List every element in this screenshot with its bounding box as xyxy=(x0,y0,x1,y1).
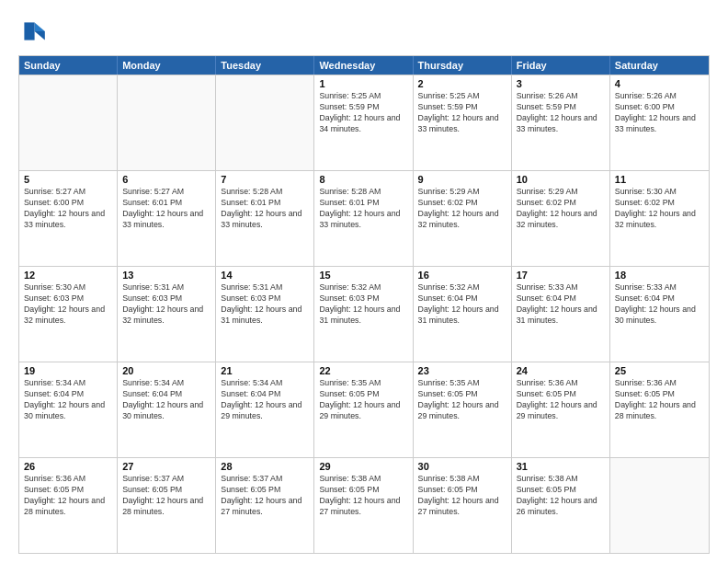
day-cell-12: 12Sunrise: 5:30 AM Sunset: 6:03 PM Dayli… xyxy=(19,267,118,362)
day-cell-1: 1Sunrise: 5:25 AM Sunset: 5:59 PM Daylig… xyxy=(314,75,413,170)
day-number: 30 xyxy=(418,461,506,472)
day-number: 17 xyxy=(517,270,605,281)
day-number: 16 xyxy=(418,270,506,281)
day-number: 28 xyxy=(221,461,309,472)
empty-cell xyxy=(216,75,314,170)
day-number: 31 xyxy=(517,461,605,472)
day-number: 14 xyxy=(221,270,309,281)
day-cell-9: 9Sunrise: 5:29 AM Sunset: 6:02 PM Daylig… xyxy=(414,171,512,266)
day-info: Sunrise: 5:36 AM Sunset: 6:05 PM Dayligh… xyxy=(615,378,704,422)
day-number: 2 xyxy=(418,78,506,89)
day-number: 15 xyxy=(319,270,407,281)
day-info: Sunrise: 5:35 AM Sunset: 6:05 PM Dayligh… xyxy=(319,378,407,422)
day-info: Sunrise: 5:33 AM Sunset: 6:04 PM Dayligh… xyxy=(615,282,704,327)
logo-icon xyxy=(18,17,48,46)
day-cell-4: 4Sunrise: 5:26 AM Sunset: 6:00 PM Daylig… xyxy=(610,75,709,170)
day-cell-24: 24Sunrise: 5:36 AM Sunset: 6:05 PM Dayli… xyxy=(512,362,610,457)
header-day-tuesday: Tuesday xyxy=(216,56,314,75)
day-info: Sunrise: 5:25 AM Sunset: 5:59 PM Dayligh… xyxy=(319,91,407,135)
day-cell-30: 30Sunrise: 5:38 AM Sunset: 6:05 PM Dayli… xyxy=(414,458,512,553)
week-row-4: 19Sunrise: 5:34 AM Sunset: 6:04 PM Dayli… xyxy=(19,362,709,457)
day-cell-7: 7Sunrise: 5:28 AM Sunset: 6:01 PM Daylig… xyxy=(216,171,314,266)
day-number: 10 xyxy=(517,174,605,185)
svg-marker-1 xyxy=(35,31,45,40)
day-info: Sunrise: 5:36 AM Sunset: 6:05 PM Dayligh… xyxy=(24,474,112,518)
day-number: 22 xyxy=(319,365,407,376)
day-info: Sunrise: 5:29 AM Sunset: 6:02 PM Dayligh… xyxy=(517,187,605,231)
day-info: Sunrise: 5:33 AM Sunset: 6:04 PM Dayligh… xyxy=(517,282,605,327)
day-info: Sunrise: 5:31 AM Sunset: 6:03 PM Dayligh… xyxy=(122,282,210,327)
day-cell-31: 31Sunrise: 5:38 AM Sunset: 6:05 PM Dayli… xyxy=(512,458,610,553)
logo xyxy=(18,17,51,46)
week-row-5: 26Sunrise: 5:36 AM Sunset: 6:05 PM Dayli… xyxy=(19,457,709,553)
day-number: 9 xyxy=(418,174,506,185)
day-cell-15: 15Sunrise: 5:32 AM Sunset: 6:03 PM Dayli… xyxy=(314,267,413,362)
empty-cell xyxy=(19,75,118,170)
header-day-thursday: Thursday xyxy=(414,56,512,75)
day-cell-28: 28Sunrise: 5:37 AM Sunset: 6:05 PM Dayli… xyxy=(216,458,314,553)
day-cell-17: 17Sunrise: 5:33 AM Sunset: 6:04 PM Dayli… xyxy=(512,267,610,362)
page: SundayMondayTuesdayWednesdayThursdayFrid… xyxy=(0,0,728,563)
day-number: 3 xyxy=(517,78,605,89)
day-info: Sunrise: 5:32 AM Sunset: 6:04 PM Dayligh… xyxy=(418,282,506,327)
day-number: 7 xyxy=(221,174,309,185)
day-number: 19 xyxy=(24,365,112,376)
day-info: Sunrise: 5:34 AM Sunset: 6:04 PM Dayligh… xyxy=(221,378,309,422)
day-cell-25: 25Sunrise: 5:36 AM Sunset: 6:05 PM Dayli… xyxy=(610,362,709,457)
day-number: 18 xyxy=(615,270,704,281)
day-cell-26: 26Sunrise: 5:36 AM Sunset: 6:05 PM Dayli… xyxy=(19,458,118,553)
day-cell-6: 6Sunrise: 5:27 AM Sunset: 6:01 PM Daylig… xyxy=(118,171,216,266)
header xyxy=(18,17,710,46)
calendar: SundayMondayTuesdayWednesdayThursdayFrid… xyxy=(18,55,710,554)
day-number: 29 xyxy=(319,461,407,472)
day-number: 11 xyxy=(615,174,704,185)
day-cell-23: 23Sunrise: 5:35 AM Sunset: 6:05 PM Dayli… xyxy=(414,362,512,457)
day-info: Sunrise: 5:28 AM Sunset: 6:01 PM Dayligh… xyxy=(319,187,407,231)
day-info: Sunrise: 5:30 AM Sunset: 6:02 PM Dayligh… xyxy=(615,187,704,231)
calendar-header: SundayMondayTuesdayWednesdayThursdayFrid… xyxy=(19,56,709,75)
day-cell-8: 8Sunrise: 5:28 AM Sunset: 6:01 PM Daylig… xyxy=(314,171,413,266)
day-cell-29: 29Sunrise: 5:38 AM Sunset: 6:05 PM Dayli… xyxy=(314,458,413,553)
day-cell-2: 2Sunrise: 5:25 AM Sunset: 5:59 PM Daylig… xyxy=(414,75,512,170)
header-day-wednesday: Wednesday xyxy=(314,56,413,75)
day-info: Sunrise: 5:34 AM Sunset: 6:04 PM Dayligh… xyxy=(122,378,210,422)
day-number: 5 xyxy=(24,174,112,185)
day-info: Sunrise: 5:34 AM Sunset: 6:04 PM Dayligh… xyxy=(24,378,112,422)
day-number: 4 xyxy=(615,78,704,89)
day-cell-3: 3Sunrise: 5:26 AM Sunset: 5:59 PM Daylig… xyxy=(512,75,610,170)
day-cell-10: 10Sunrise: 5:29 AM Sunset: 6:02 PM Dayli… xyxy=(512,171,610,266)
day-info: Sunrise: 5:27 AM Sunset: 6:01 PM Dayligh… xyxy=(122,187,210,231)
day-number: 6 xyxy=(122,174,210,185)
header-day-sunday: Sunday xyxy=(19,56,118,75)
day-cell-22: 22Sunrise: 5:35 AM Sunset: 6:05 PM Dayli… xyxy=(314,362,413,457)
day-info: Sunrise: 5:36 AM Sunset: 6:05 PM Dayligh… xyxy=(517,378,605,422)
day-number: 23 xyxy=(418,365,506,376)
day-number: 20 xyxy=(122,365,210,376)
day-cell-5: 5Sunrise: 5:27 AM Sunset: 6:00 PM Daylig… xyxy=(19,171,118,266)
day-number: 27 xyxy=(122,461,210,472)
day-info: Sunrise: 5:29 AM Sunset: 6:02 PM Dayligh… xyxy=(418,187,506,231)
week-row-3: 12Sunrise: 5:30 AM Sunset: 6:03 PM Dayli… xyxy=(19,266,709,362)
day-cell-13: 13Sunrise: 5:31 AM Sunset: 6:03 PM Dayli… xyxy=(118,267,216,362)
header-day-saturday: Saturday xyxy=(610,56,709,75)
day-number: 26 xyxy=(24,461,112,472)
day-number: 1 xyxy=(319,78,407,89)
empty-cell xyxy=(610,458,709,553)
empty-cell xyxy=(118,75,216,170)
day-info: Sunrise: 5:28 AM Sunset: 6:01 PM Dayligh… xyxy=(221,187,309,231)
week-row-1: 1Sunrise: 5:25 AM Sunset: 5:59 PM Daylig… xyxy=(19,75,709,170)
day-info: Sunrise: 5:27 AM Sunset: 6:00 PM Dayligh… xyxy=(24,187,112,231)
day-cell-16: 16Sunrise: 5:32 AM Sunset: 6:04 PM Dayli… xyxy=(414,267,512,362)
day-number: 21 xyxy=(221,365,309,376)
day-info: Sunrise: 5:37 AM Sunset: 6:05 PM Dayligh… xyxy=(122,474,210,518)
header-day-friday: Friday xyxy=(512,56,610,75)
day-info: Sunrise: 5:26 AM Sunset: 5:59 PM Dayligh… xyxy=(517,91,605,135)
day-info: Sunrise: 5:30 AM Sunset: 6:03 PM Dayligh… xyxy=(24,282,112,327)
day-cell-18: 18Sunrise: 5:33 AM Sunset: 6:04 PM Dayli… xyxy=(610,267,709,362)
day-cell-21: 21Sunrise: 5:34 AM Sunset: 6:04 PM Dayli… xyxy=(216,362,314,457)
day-info: Sunrise: 5:31 AM Sunset: 6:03 PM Dayligh… xyxy=(221,282,309,327)
day-number: 13 xyxy=(122,270,210,281)
day-info: Sunrise: 5:25 AM Sunset: 5:59 PM Dayligh… xyxy=(418,91,506,135)
week-row-2: 5Sunrise: 5:27 AM Sunset: 6:00 PM Daylig… xyxy=(19,170,709,266)
day-info: Sunrise: 5:37 AM Sunset: 6:05 PM Dayligh… xyxy=(221,474,309,518)
